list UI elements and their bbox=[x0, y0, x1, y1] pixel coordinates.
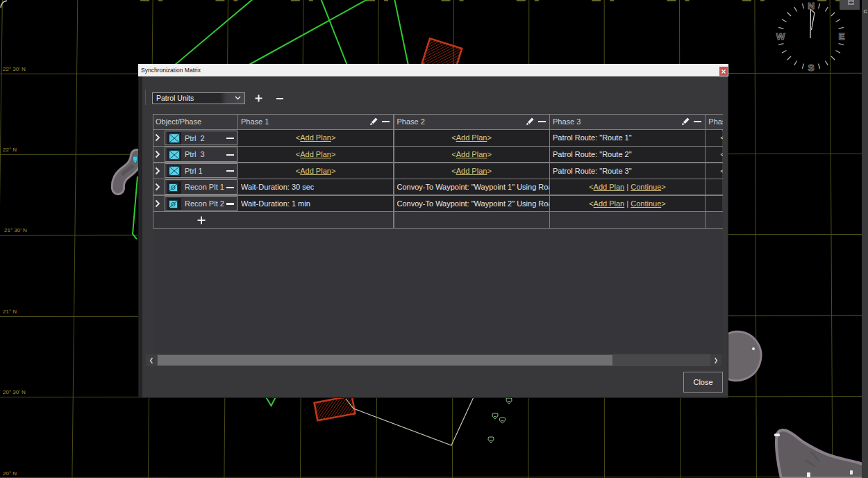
svg-text:S: S bbox=[808, 63, 814, 73]
svg-text:W: W bbox=[776, 31, 785, 42]
svg-text:20° N: 20° N bbox=[3, 470, 17, 477]
svg-text:20° 30' N: 20° 30' N bbox=[3, 389, 26, 395]
svg-text:21° 30' N: 21° 30' N bbox=[4, 227, 27, 233]
svg-text:22° 30' N: 22° 30' N bbox=[3, 66, 26, 72]
svg-text:E: E bbox=[838, 31, 844, 42]
svg-text:21° N: 21° N bbox=[3, 308, 17, 315]
svg-text:22° N: 22° N bbox=[3, 147, 17, 153]
